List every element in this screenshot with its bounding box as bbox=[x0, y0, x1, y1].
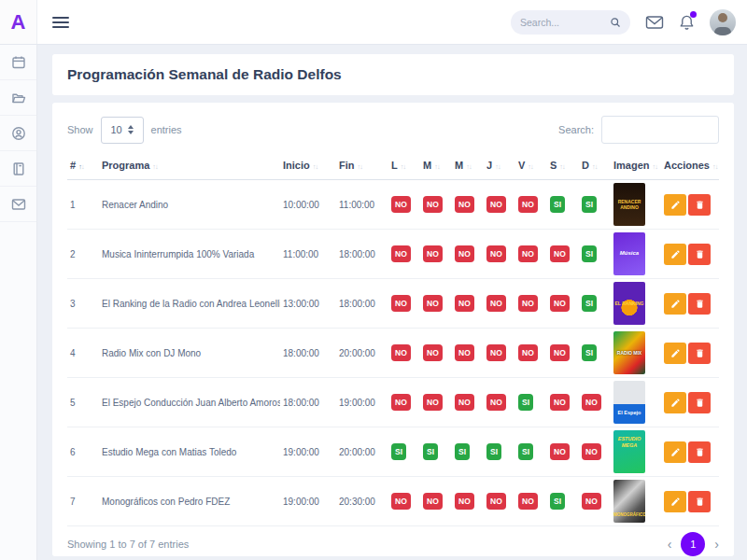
delete-button[interactable] bbox=[688, 244, 711, 265]
pencil-icon bbox=[670, 200, 681, 210]
day-badge: NO bbox=[518, 493, 538, 510]
end-time: 20:00:00 bbox=[336, 427, 388, 477]
notification-dot bbox=[690, 11, 697, 18]
mail-icon bbox=[645, 15, 664, 30]
col-header-programa[interactable]: Programa bbox=[99, 151, 280, 180]
sidebar-item-library[interactable] bbox=[0, 151, 36, 187]
day-badge: NO bbox=[391, 245, 411, 262]
search-icon bbox=[610, 17, 621, 28]
day-badge: NO bbox=[455, 344, 474, 361]
table-row: 6 Estudio Mega con Matias Toledo 19:00:0… bbox=[67, 427, 719, 477]
day-badge: NO bbox=[486, 344, 506, 361]
col-header-sabado[interactable]: S bbox=[547, 151, 579, 180]
col-header-viernes[interactable]: V bbox=[515, 151, 547, 180]
sort-icons bbox=[712, 162, 718, 171]
delete-button[interactable] bbox=[688, 392, 711, 413]
pencil-icon bbox=[670, 348, 681, 358]
edit-button[interactable] bbox=[664, 392, 686, 413]
avatar[interactable] bbox=[710, 9, 736, 35]
col-header-lunes[interactable]: L bbox=[388, 151, 420, 180]
table-row: 5 El Espejo Conducción Juan Alberto Amor… bbox=[67, 378, 719, 427]
sort-icons bbox=[559, 162, 565, 171]
edit-button[interactable] bbox=[664, 491, 686, 512]
program-image: ESTUDIO MEGA bbox=[613, 430, 645, 473]
delete-button[interactable] bbox=[688, 491, 711, 512]
day-badge: SI bbox=[582, 295, 597, 312]
day-badge: NO bbox=[550, 344, 570, 361]
messages-button[interactable] bbox=[645, 15, 664, 30]
table-row: 4 Radio Mix con DJ Mono 18:00:00 20:00:0… bbox=[67, 329, 719, 378]
day-badge: NO bbox=[518, 344, 538, 361]
program-name: Renacer Andino bbox=[99, 180, 280, 230]
start-time: 11:00:00 bbox=[280, 230, 336, 279]
page-length-select[interactable]: 10 bbox=[101, 117, 144, 144]
next-page-icon[interactable]: › bbox=[714, 538, 719, 551]
trash-icon bbox=[695, 398, 705, 408]
table-row: 3 El Ranking de la Radio con Andrea Leon… bbox=[67, 279, 719, 329]
program-name: Estudio Mega con Matias Toledo bbox=[99, 427, 280, 477]
table-search-input[interactable] bbox=[601, 116, 719, 144]
day-badge: NO bbox=[550, 295, 570, 312]
sort-icons bbox=[78, 162, 84, 171]
table-row: 7 Monográficos con Pedro FDEZ 19:00:00 2… bbox=[67, 477, 719, 526]
pencil-icon bbox=[670, 447, 681, 457]
prev-page-icon[interactable]: ‹ bbox=[668, 538, 672, 551]
col-header-martes[interactable]: M bbox=[420, 151, 452, 180]
sidebar-item-schedule[interactable] bbox=[0, 45, 36, 80]
trash-icon bbox=[695, 497, 705, 507]
delete-button[interactable] bbox=[688, 343, 711, 364]
col-header-inicio[interactable]: Inicio bbox=[280, 151, 336, 180]
global-search[interactable] bbox=[511, 10, 630, 35]
program-image: EL RANKING bbox=[613, 282, 645, 325]
day-badge: SI bbox=[518, 394, 533, 411]
edit-button[interactable] bbox=[664, 441, 686, 463]
day-badge: NO bbox=[391, 493, 411, 510]
title-card: Programación Semanal de Radio Delfos bbox=[52, 54, 734, 95]
page-number-button[interactable]: 1 bbox=[681, 532, 705, 556]
day-badge: NO bbox=[582, 394, 601, 411]
edit-button[interactable] bbox=[664, 194, 686, 216]
col-header-domingo[interactable]: D bbox=[579, 151, 611, 180]
program-image: MONOGRÁFICOS bbox=[613, 480, 645, 523]
col-header-fin[interactable]: Fin bbox=[336, 151, 388, 180]
program-name: Radio Mix con DJ Mono bbox=[99, 329, 280, 378]
table-footer: Showing 1 to 7 of 7 entries ‹ 1 › bbox=[67, 532, 719, 556]
entries-info: Showing 1 to 7 of 7 entries bbox=[67, 539, 189, 550]
col-header-imagen[interactable]: Imagen bbox=[611, 151, 661, 180]
sort-icons bbox=[592, 162, 598, 171]
menu-toggle-icon[interactable] bbox=[52, 14, 69, 31]
show-label: Show bbox=[67, 124, 93, 135]
day-badge: SI bbox=[423, 443, 438, 460]
day-badge: NO bbox=[423, 245, 443, 262]
table-row: 1 Renacer Andino 10:00:00 11:00:00 NO NO… bbox=[67, 180, 719, 230]
day-badge: SI bbox=[455, 443, 470, 460]
logo[interactable]: A bbox=[0, 0, 37, 44]
day-badge: NO bbox=[391, 394, 411, 411]
delete-button[interactable] bbox=[688, 194, 711, 216]
sidebar-item-files[interactable] bbox=[0, 80, 36, 116]
notifications-button[interactable] bbox=[679, 14, 695, 31]
page-length-value: 10 bbox=[110, 124, 121, 135]
col-header-num[interactable]: # bbox=[67, 151, 99, 180]
delete-button[interactable] bbox=[688, 293, 711, 315]
day-badge: NO bbox=[423, 295, 443, 312]
pagination: ‹ 1 › bbox=[668, 532, 719, 556]
global-search-input[interactable] bbox=[520, 17, 610, 28]
col-header-acciones[interactable]: Acciones bbox=[661, 151, 719, 180]
program-image: RENACER ANDINO bbox=[613, 183, 645, 226]
col-header-jueves[interactable]: J bbox=[484, 151, 515, 180]
sidebar-item-users[interactable] bbox=[0, 116, 36, 151]
delete-button[interactable] bbox=[688, 441, 711, 463]
page-title: Programación Semanal de Radio Delfos bbox=[67, 66, 342, 83]
entries-label: entries bbox=[151, 124, 182, 135]
edit-button[interactable] bbox=[664, 343, 686, 364]
row-number: 3 bbox=[67, 279, 99, 329]
end-time: 11:00:00 bbox=[336, 180, 388, 230]
sidebar-item-messages[interactable] bbox=[0, 187, 36, 222]
day-badge: NO bbox=[518, 196, 538, 213]
edit-button[interactable] bbox=[664, 244, 686, 265]
day-badge: NO bbox=[486, 245, 506, 262]
day-badge: SI bbox=[582, 245, 597, 262]
edit-button[interactable] bbox=[664, 293, 686, 315]
col-header-miercoles[interactable]: M bbox=[452, 151, 484, 180]
